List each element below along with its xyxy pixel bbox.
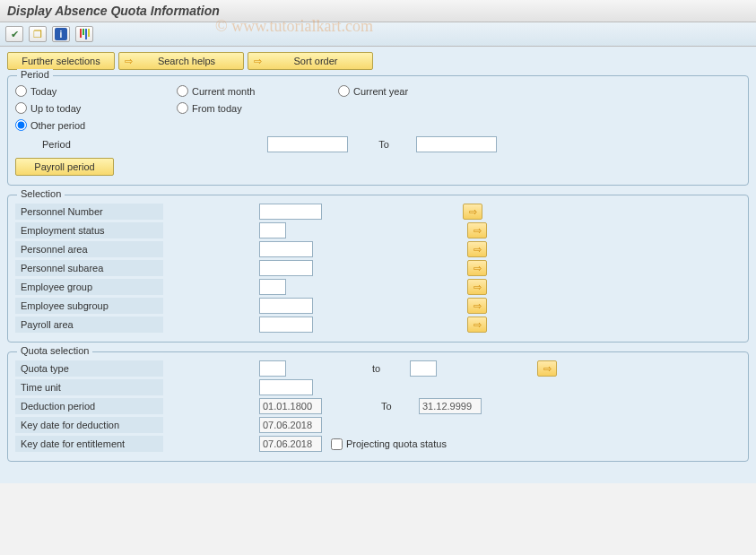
- selection-row-label: Personnel area: [15, 241, 163, 257]
- period-label: Period: [42, 136, 136, 152]
- radio-up-to-today-label: Up to today: [30, 103, 81, 114]
- radio-up-to-today-input[interactable]: [15, 102, 27, 114]
- quota-type-to-input[interactable]: [410, 360, 437, 377]
- radio-up-to-today[interactable]: Up to today: [15, 102, 177, 114]
- deduction-period-label: Deduction period: [15, 398, 163, 414]
- radio-other-period-input[interactable]: [15, 119, 27, 131]
- radio-today-input[interactable]: [15, 85, 27, 97]
- radio-current-month[interactable]: Current month: [177, 85, 338, 97]
- period-to-label: To: [355, 139, 409, 150]
- selection-panel-title: Selection: [17, 188, 65, 199]
- quota-panel-title: Quota selection: [17, 345, 92, 356]
- sort-order-button[interactable]: Sort order: [248, 52, 373, 70]
- selection-row-input[interactable]: [259, 241, 313, 257]
- page-title: Display Absence Quota Information: [0, 0, 756, 22]
- selection-row-label: Payroll area: [15, 317, 163, 333]
- quota-type-label: Quota type: [15, 360, 163, 377]
- radio-other-period[interactable]: Other period: [15, 119, 177, 131]
- selection-row: Payroll area⇨: [15, 317, 741, 333]
- payroll-period-button[interactable]: Payroll period: [15, 158, 114, 176]
- search-helps-button[interactable]: Search helps: [118, 52, 244, 70]
- selection-row-input[interactable]: [259, 204, 322, 220]
- time-unit-label: Time unit: [15, 379, 163, 395]
- quota-type-to-label: to: [369, 363, 404, 374]
- selection-row: Personnel Number⇨: [15, 204, 741, 220]
- key-entitlement-label: Key date for entitlement: [15, 436, 163, 452]
- deduction-to-label: To: [378, 401, 413, 412]
- selection-row-input[interactable]: [259, 298, 313, 314]
- period-to-input[interactable]: [416, 136, 497, 152]
- radio-current-month-label: Current month: [192, 86, 255, 97]
- selection-row-input[interactable]: [259, 317, 313, 333]
- selection-row-input[interactable]: [259, 222, 286, 238]
- multi-select-button[interactable]: ⇨: [463, 204, 482, 220]
- projecting-label: Projecting quota status: [346, 438, 447, 449]
- selection-row-input[interactable]: [259, 279, 286, 295]
- deduction-from-input[interactable]: [259, 398, 322, 414]
- sort-order-label: Sort order: [294, 56, 338, 66]
- multi-select-button[interactable]: ⇨: [467, 260, 487, 276]
- multi-select-button[interactable]: ⇨: [467, 279, 487, 295]
- radio-today[interactable]: Today: [15, 85, 177, 97]
- radio-current-year-input[interactable]: [338, 85, 350, 97]
- radio-from-today-label: From today: [192, 103, 242, 114]
- quota-panel: Quota selection Quota type to ⇨ Time uni…: [7, 351, 749, 462]
- radio-current-year[interactable]: Current year: [338, 85, 500, 97]
- quota-type-multi-button[interactable]: ⇨: [537, 360, 557, 377]
- multi-select-button[interactable]: ⇨: [467, 317, 487, 333]
- period-panel: Period Today Current month Current year …: [7, 75, 749, 186]
- period-panel-title: Period: [17, 69, 53, 80]
- layout-icon[interactable]: [75, 26, 93, 42]
- selection-row-label: Employment status: [15, 222, 163, 238]
- selection-row: Employment status⇨: [15, 222, 741, 238]
- time-unit-input[interactable]: [259, 379, 313, 395]
- projecting-checkbox-wrap[interactable]: Projecting quota status: [331, 438, 447, 450]
- radio-current-month-input[interactable]: [177, 85, 188, 97]
- multi-select-button[interactable]: ⇨: [467, 298, 487, 314]
- selection-panel: Selection Personnel Number⇨Employment st…: [7, 195, 749, 343]
- selection-row-label: Employee group: [15, 279, 163, 295]
- key-entitlement-input[interactable]: [259, 436, 322, 452]
- variant-icon[interactable]: ❐: [29, 26, 47, 42]
- radio-today-label: Today: [30, 86, 56, 97]
- selection-buttons-row: Further selections Search helps Sort ord…: [7, 52, 749, 70]
- period-from-input[interactable]: [267, 136, 348, 152]
- radio-other-period-label: Other period: [30, 120, 85, 131]
- radio-from-today-input[interactable]: [177, 102, 188, 114]
- deduction-to-input[interactable]: [419, 398, 482, 414]
- selection-row: Personnel area⇨: [15, 241, 741, 257]
- multi-select-button[interactable]: ⇨: [467, 241, 487, 257]
- key-deduction-label: Key date for deduction: [15, 417, 163, 433]
- radio-current-year-label: Current year: [353, 86, 408, 97]
- search-helps-label: Search helps: [158, 56, 215, 66]
- selection-row-input[interactable]: [259, 260, 313, 276]
- execute-icon[interactable]: ✔: [5, 26, 23, 42]
- selection-row: Personnel subarea⇨: [15, 260, 741, 276]
- radio-from-today[interactable]: From today: [177, 102, 338, 114]
- multi-select-button[interactable]: ⇨: [467, 222, 487, 238]
- projecting-checkbox[interactable]: [331, 438, 343, 450]
- info-icon[interactable]: i: [52, 26, 70, 42]
- selection-row-label: Personnel subarea: [15, 260, 163, 276]
- selection-row-label: Personnel Number: [15, 204, 163, 220]
- quota-type-from-input[interactable]: [259, 360, 286, 377]
- app-toolbar: ✔ ❐ i © www.tutorialkart.com: [0, 22, 756, 47]
- further-selections-button[interactable]: Further selections: [7, 52, 115, 70]
- key-deduction-input[interactable]: [259, 417, 322, 433]
- selection-row: Employee group⇨: [15, 279, 741, 295]
- content-area: Further selections Search helps Sort ord…: [0, 47, 756, 483]
- selection-row-label: Employee subgroup: [15, 298, 163, 314]
- selection-row: Employee subgroup⇨: [15, 298, 741, 314]
